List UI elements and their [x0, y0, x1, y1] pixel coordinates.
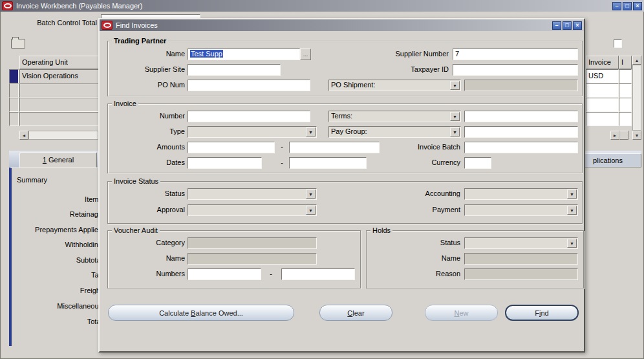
scroll-left-icon[interactable]: ◄: [19, 131, 28, 140]
invoice-type-label: Type: [116, 127, 185, 135]
checkbox[interactable]: [614, 39, 622, 48]
clear-button[interactable]: Clear: [319, 305, 392, 321]
invoice-batch-label: Invoice Batch: [388, 143, 460, 151]
main-titlebar: Invoice Workbench (Payables Manager) – □…: [0, 0, 644, 12]
currency-label: Currency: [388, 158, 460, 166]
pay-group-combo-label: Pay Group:: [331, 127, 367, 135]
dropdown-arrow-icon[interactable]: ▼: [306, 127, 316, 136]
operating-unit-cell[interactable]: [19, 98, 100, 112]
dropdown-arrow-icon[interactable]: ▼: [450, 112, 460, 121]
operating-unit-cell[interactable]: [19, 112, 100, 126]
dropdown-arrow-icon[interactable]: ▼: [567, 239, 577, 248]
approval-label: Approval: [116, 206, 185, 213]
terms-combo[interactable]: Terms: ▼: [328, 111, 461, 122]
supplier-number-input[interactable]: 7: [453, 49, 578, 60]
taxpayer-id-label: Taxpayer ID: [371, 65, 449, 73]
pay-group-combo[interactable]: Pay Group: ▼: [328, 126, 461, 138]
dropdown-arrow-icon[interactable]: ▼: [450, 127, 460, 136]
summary-items-label: Items: [13, 195, 102, 203]
range-dash: -: [275, 143, 289, 151]
summary-subtotal-label: Subtotal: [13, 256, 102, 264]
dropdown-arrow-icon[interactable]: ▼: [306, 206, 316, 215]
record-selector[interactable]: [9, 112, 19, 126]
amounts-label: Amounts: [116, 143, 185, 151]
find-button[interactable]: Find: [505, 305, 579, 321]
horizontal-scrollbar-track[interactable]: [28, 131, 98, 140]
scrollbar-corner: [619, 131, 628, 140]
currency-cell[interactable]: [586, 83, 619, 98]
dropdown-arrow-icon[interactable]: ▼: [306, 190, 316, 199]
grid-cell[interactable]: [619, 69, 632, 83]
po-num-input[interactable]: [188, 80, 310, 91]
invoice-number-input[interactable]: [188, 111, 310, 122]
lov-ellipsis-button[interactable]: ...: [300, 49, 311, 60]
maximize-icon[interactable]: □: [623, 2, 632, 10]
dropdown-arrow-icon[interactable]: ▼: [450, 81, 460, 90]
pay-group-value-input[interactable]: [464, 126, 578, 138]
currency-cell[interactable]: [586, 98, 619, 112]
partial-column-header[interactable]: I: [619, 56, 632, 69]
date-from-input[interactable]: [188, 157, 262, 169]
operating-unit-column-header[interactable]: Operating Unit: [19, 56, 100, 69]
approval-poplist[interactable]: ▼: [188, 204, 317, 216]
numbers-from-input[interactable]: [188, 268, 261, 280]
calculate-balance-owed-button[interactable]: Calculate Balance Owed...: [108, 305, 294, 321]
payment-poplist[interactable]: ▼: [464, 204, 578, 216]
holds-status-label: Status: [388, 239, 460, 246]
vertical-scrollbar-track[interactable]: [632, 65, 641, 131]
holds-legend: Holds: [370, 226, 392, 234]
taxpayer-id-input[interactable]: [453, 64, 578, 76]
grid-cell[interactable]: [619, 98, 632, 112]
minimize-icon[interactable]: –: [612, 2, 621, 10]
voucher-name-label: Name: [116, 254, 185, 262]
operating-unit-cell[interactable]: Vision Operations: [19, 69, 100, 83]
amount-from-input[interactable]: [188, 142, 275, 153]
invoice-legend: Invoice: [112, 100, 138, 107]
dialog-close-icon[interactable]: ×: [573, 21, 582, 30]
summary-section-label: Summary: [17, 176, 47, 184]
range-dash: -: [275, 158, 289, 166]
currency-cell[interactable]: USD: [586, 69, 619, 83]
numbers-to-input[interactable]: [281, 268, 355, 280]
dropdown-arrow-icon[interactable]: ▼: [567, 190, 577, 199]
summary-retainage-label: Retainage: [13, 210, 102, 218]
invoice-column-header[interactable]: Invoice: [586, 56, 619, 69]
po-shipment-combo[interactable]: PO Shipment: ▼: [328, 80, 461, 91]
invoice-batch-input[interactable]: [464, 142, 578, 153]
scroll-down-icon[interactable]: ▼: [632, 131, 641, 140]
dropdown-arrow-icon[interactable]: ▼: [567, 206, 577, 215]
operating-unit-cell[interactable]: [19, 83, 100, 98]
supplier-name-input[interactable]: Test Supp: [188, 49, 300, 60]
record-selector[interactable]: [9, 83, 19, 98]
window-controls: – □ ×: [612, 2, 642, 10]
date-to-input[interactable]: [289, 157, 367, 169]
batch-control-total-label: Batch Control Total: [25, 19, 97, 27]
supplier-site-input[interactable]: [188, 64, 281, 76]
grid-cell[interactable]: [619, 112, 632, 126]
grid-cell[interactable]: [619, 83, 632, 98]
summary-freight-label: Freight: [13, 287, 102, 294]
tab-general[interactable]: 1 General: [19, 152, 97, 168]
invoice-type-poplist[interactable]: ▼: [188, 126, 317, 138]
terms-value-input[interactable]: [464, 111, 578, 122]
dates-label: Dates: [116, 158, 185, 166]
status-poplist[interactable]: ▼: [188, 188, 317, 200]
record-selector-current[interactable]: [9, 69, 19, 83]
close-icon[interactable]: ×: [633, 2, 642, 10]
record-selector[interactable]: [9, 98, 19, 112]
currency-cell[interactable]: [586, 112, 619, 126]
scroll-right-icon[interactable]: ►: [610, 131, 619, 140]
dialog-minimize-icon[interactable]: –: [552, 21, 561, 30]
dialog-maximize-icon[interactable]: □: [563, 21, 572, 30]
status-label: Status: [116, 190, 185, 197]
holds-status-poplist[interactable]: ▼: [464, 237, 578, 249]
accounting-poplist[interactable]: ▼: [464, 188, 578, 200]
scroll-up-icon[interactable]: ▲: [632, 56, 641, 65]
dialog-titlebar[interactable]: Find Invoices – □ ×: [100, 19, 584, 31]
amount-to-input[interactable]: [289, 142, 380, 153]
find-invoices-dialog: Find Invoices – □ × Trading Partner Invo…: [98, 18, 585, 353]
currency-input[interactable]: [464, 157, 491, 169]
po-shipment-combo-label: PO Shipment:: [331, 81, 375, 89]
open-folder-icon[interactable]: [11, 39, 25, 49]
selected-text: Test Supp: [190, 50, 223, 58]
